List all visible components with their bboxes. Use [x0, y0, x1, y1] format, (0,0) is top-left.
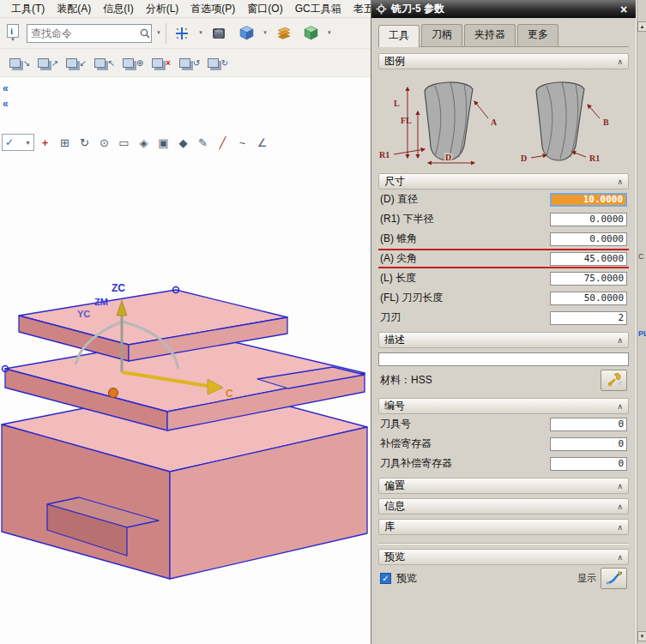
center-target-icon[interactable]: ⊙: [95, 134, 113, 152]
group-header-legend[interactable]: 图例 ∧: [378, 53, 629, 69]
pointer-plus-icon[interactable]: +: [36, 134, 54, 152]
shaded-cube-icon[interactable]: ◆: [174, 134, 192, 152]
layers-delete-icon[interactable]: ×: [148, 51, 174, 74]
legend-label-D2: D: [521, 153, 527, 163]
graphics-viewport[interactable]: «« ✓ ▼ + ⊞ ↻ ⊙ ▭ ◈ ▣ ◆ ✎ ╱ ~ ∠: [0, 77, 371, 644]
tool-legend: L FL R1 D A B D R1: [378, 72, 629, 169]
spline-icon[interactable]: ~: [233, 134, 251, 152]
lower-radius-input[interactable]: [550, 213, 627, 226]
menu-information[interactable]: 信息(I): [97, 0, 139, 18]
info-doc-icon[interactable]: i ▼: [3, 22, 22, 45]
group-header-numbers[interactable]: 编号 ∧: [378, 398, 629, 414]
material-library-button[interactable]: [601, 370, 627, 391]
field-row-flutes: 刀刃: [378, 308, 629, 328]
dialog-tabs: 工具 刀柄 夹持器 更多: [378, 24, 636, 46]
search-input[interactable]: [27, 27, 139, 39]
field-row-tool-comp-register: 刀具补偿寄存器: [378, 454, 629, 473]
field-row-diameter: (D) 直径: [378, 190, 629, 209]
dock-collapse-icon[interactable]: ««: [3, 82, 9, 110]
search-caret-icon[interactable]: ▼: [156, 31, 161, 35]
dialog-titlebar[interactable]: 铣刀-5 参数 ×: [371, 0, 636, 18]
legend-label-L: L: [394, 99, 400, 108]
group-header-information[interactable]: 信息 ∧: [378, 498, 629, 515]
field-label: 刀刃: [380, 310, 550, 325]
preview-checkbox[interactable]: ✓: [380, 573, 391, 584]
group-header-library[interactable]: 库 ∧: [378, 519, 629, 535]
origin-handle[interactable]: [109, 388, 118, 398]
grid-point-icon[interactable]: ⊞: [56, 134, 74, 152]
field-label: (R1) 下半径: [380, 212, 550, 226]
layers-arrow-icon-2[interactable]: ↗: [35, 51, 61, 74]
app-window: 工具(T) 装配(A) 信息(I) 分析(L) 首选项(P) 窗口(O) GC工…: [0, 0, 646, 644]
flutes-input[interactable]: [550, 311, 627, 325]
menu-assembly[interactable]: 装配(A): [51, 0, 97, 18]
menu-window[interactable]: 窗口(O): [241, 0, 288, 18]
sketch-pencil-icon[interactable]: ✎: [194, 134, 212, 152]
solid-cube-icon[interactable]: [235, 21, 258, 45]
caret-down-icon: ▼: [25, 140, 31, 146]
field-label: (L) 长度: [380, 271, 550, 286]
group-header-preview[interactable]: 预览 ∧: [378, 549, 629, 565]
snap-grid-icon[interactable]: [171, 21, 194, 45]
diameter-input[interactable]: [550, 193, 627, 207]
chevron-up-icon: ∧: [617, 503, 623, 511]
field-row-comp-register: 补偿寄存器: [378, 434, 629, 454]
menu-preferences[interactable]: 首选项(P): [184, 0, 241, 18]
tab-tool[interactable]: 工具: [378, 25, 420, 47]
rotate-view-icon[interactable]: ↻: [75, 134, 94, 152]
caret-down-icon[interactable]: ▼: [327, 31, 332, 35]
selection-filter-dropdown[interactable]: ✓ ▼: [2, 134, 34, 151]
command-search: [27, 24, 152, 43]
tab-shank[interactable]: 刀柄: [421, 24, 462, 46]
close-icon[interactable]: ×: [616, 3, 631, 16]
layers-arrow-icon-1[interactable]: ↘: [7, 51, 33, 74]
datum-csys-icon[interactable]: [208, 21, 231, 45]
description-input[interactable]: [378, 352, 629, 366]
tool-comp-register-input[interactable]: [550, 457, 627, 471]
datum-plane-icon[interactable]: ◈: [135, 134, 153, 152]
menu-tools[interactable]: 工具(T): [5, 0, 51, 18]
menu-analysis[interactable]: 分析(L): [140, 0, 185, 18]
wireframe-cube-icon[interactable]: ▣: [154, 134, 172, 152]
part-model[interactable]: ZC ZM YC C: [0, 163, 371, 644]
layers-group-icon[interactable]: ⊕: [120, 51, 146, 74]
display-button[interactable]: [601, 568, 627, 589]
group-header-dimensions[interactable]: 尺寸 ∧: [378, 173, 629, 190]
caret-down-icon[interactable]: ▼: [198, 31, 203, 35]
chevron-up-icon: ∧: [617, 482, 623, 491]
block-icon[interactable]: [299, 21, 323, 45]
tool-number-input[interactable]: [550, 418, 627, 431]
legend-label-A: A: [491, 117, 498, 127]
flute-length-input[interactable]: [550, 292, 627, 305]
layers-redo-icon[interactable]: ↻: [205, 51, 231, 74]
field-label: 补偿寄存器: [380, 436, 550, 451]
scroll-up-icon[interactable]: ▲: [637, 21, 646, 32]
layers-arrow-icon-3[interactable]: ↙: [63, 51, 89, 74]
search-icon[interactable]: [139, 27, 151, 39]
scroll-down-icon[interactable]: ▼: [637, 631, 646, 641]
right-scrollbar[interactable]: ▲ C PL ▼: [637, 0, 646, 644]
material-label: 材料：HSS: [380, 373, 432, 388]
layers-arrow-icon-4[interactable]: ↖: [92, 51, 118, 74]
dialog-title: 铣刀-5 参数: [387, 2, 616, 16]
menu-custom[interactable]: 老五电: [347, 0, 371, 18]
main-toolbar: i ▼ ▼ ▼: [0, 18, 371, 49]
taper-angle-input[interactable]: [550, 232, 627, 246]
marquee-select-icon[interactable]: ▭: [115, 134, 133, 152]
xc-axis-label: C: [226, 388, 233, 400]
sheet-stack-icon[interactable]: [272, 21, 295, 45]
tab-more[interactable]: 更多: [517, 24, 558, 46]
menu-gc-toolbox[interactable]: GC工具箱: [289, 0, 347, 18]
group-header-description[interactable]: 描述 ∧: [378, 332, 629, 348]
tip-angle-input[interactable]: [550, 252, 627, 266]
caret-down-icon[interactable]: ▼: [263, 31, 268, 35]
angle-snap-icon[interactable]: ∠: [253, 134, 271, 152]
field-label: 刀具号: [380, 417, 550, 431]
layers-undo-icon[interactable]: ↺: [177, 51, 202, 74]
group-header-offset[interactable]: 偏置 ∧: [378, 478, 629, 494]
display-brush-icon: [606, 570, 623, 586]
length-input[interactable]: [550, 272, 627, 286]
line-icon[interactable]: ╱: [214, 134, 232, 152]
comp-register-input[interactable]: [550, 437, 627, 451]
tab-holder[interactable]: 夹持器: [464, 24, 516, 46]
